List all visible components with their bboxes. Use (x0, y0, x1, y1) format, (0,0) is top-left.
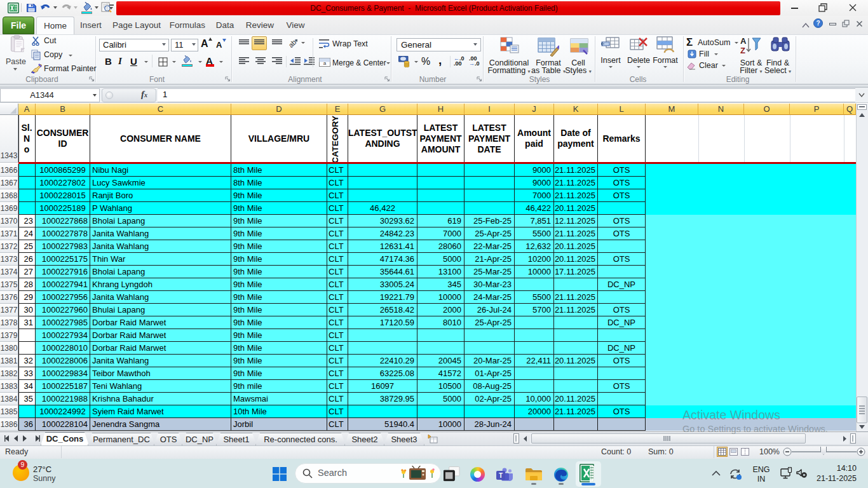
svg-text:?: ? (816, 20, 820, 27)
svg-text:a: a (323, 60, 327, 66)
svg-text:A: A (740, 36, 747, 46)
svg-text:Z: Z (740, 46, 745, 55)
svg-text:T: T (499, 472, 503, 479)
